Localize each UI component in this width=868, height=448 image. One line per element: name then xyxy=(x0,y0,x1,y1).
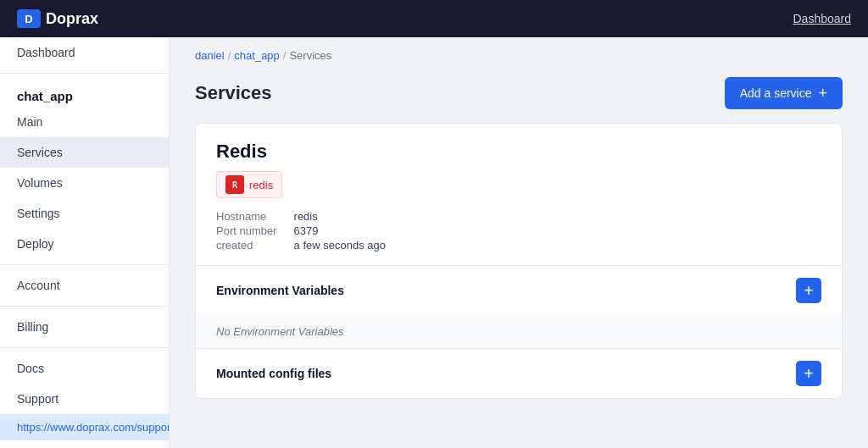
port-label: Port number xyxy=(216,224,277,237)
logo-icon: D xyxy=(17,9,41,28)
sidebar-divider-4 xyxy=(0,347,169,348)
support-link[interactable]: https://www.doprax.com/support/ xyxy=(0,414,169,440)
redis-icon: R xyxy=(225,175,244,194)
sidebar-item-main[interactable]: Main xyxy=(0,107,169,137)
env-vars-empty: No Environment Variables xyxy=(196,315,842,348)
sidebar-item-billing[interactable]: Billing xyxy=(0,312,169,342)
breadcrumb-user[interactable]: daniel xyxy=(195,49,225,62)
sidebar-divider-2 xyxy=(0,264,169,265)
sidebar-item-services[interactable]: Services xyxy=(0,137,169,168)
page-header: Services Add a service + xyxy=(170,69,868,123)
service-badge-text: redis xyxy=(249,179,273,191)
breadcrumb-sep-2: / xyxy=(283,49,287,62)
sidebar-divider-1 xyxy=(0,73,169,74)
add-service-button[interactable]: Add a service + xyxy=(725,77,843,109)
hostname-label: Hostname xyxy=(216,210,277,223)
breadcrumb-app[interactable]: chat_app xyxy=(234,49,280,62)
env-vars-section: Environment Variables + xyxy=(196,265,842,315)
add-service-plus-icon: + xyxy=(818,86,827,101)
breadcrumb-current: Services xyxy=(289,49,331,62)
mounted-config-add-button[interactable]: + xyxy=(796,361,821,386)
svg-text:R: R xyxy=(232,180,238,190)
service-card-redis: Redis R redis Hostname redis Port number xyxy=(195,123,843,399)
page-title: Services xyxy=(195,82,272,104)
logo: D Doprax xyxy=(17,9,98,28)
env-vars-label: Environment Variables xyxy=(216,284,344,297)
sidebar-item-dashboard[interactable]: Dashboard xyxy=(0,37,169,68)
sidebar-item-docs[interactable]: Docs xyxy=(0,353,169,384)
logo-text: Doprax xyxy=(46,10,98,28)
top-navigation: D Doprax Dashboard xyxy=(0,0,868,37)
created-value: a few seconds ago xyxy=(294,239,821,252)
sidebar: Dashboard chat_app Main Services Volumes… xyxy=(0,37,170,448)
sidebar-item-support[interactable]: Support xyxy=(0,384,169,414)
breadcrumb: daniel / chat_app / Services xyxy=(170,37,868,69)
sidebar-item-deploy[interactable]: Deploy xyxy=(0,229,169,259)
hostname-value: redis xyxy=(294,210,821,223)
service-meta: Hostname redis Port number 6379 created … xyxy=(216,210,821,252)
sidebar-item-volumes[interactable]: Volumes xyxy=(0,168,169,198)
service-name: Redis xyxy=(216,141,821,163)
service-card-header: Redis R redis Hostname redis Port number xyxy=(196,124,842,265)
created-label: created xyxy=(216,239,277,252)
sidebar-divider-3 xyxy=(0,306,169,307)
service-badge: R redis xyxy=(216,171,282,198)
add-service-label: Add a service xyxy=(740,86,812,100)
sidebar-item-settings[interactable]: Settings xyxy=(0,198,169,229)
port-value: 6379 xyxy=(294,224,821,237)
main-layout: Dashboard chat_app Main Services Volumes… xyxy=(0,37,868,448)
breadcrumb-sep-1: / xyxy=(228,49,231,62)
main-content: daniel / chat_app / Services Services Ad… xyxy=(170,37,868,448)
sidebar-app-name: chat_app xyxy=(0,79,169,107)
sidebar-item-account[interactable]: Account xyxy=(0,270,169,301)
dashboard-link[interactable]: Dashboard xyxy=(793,12,852,25)
env-vars-add-button[interactable]: + xyxy=(796,278,821,303)
mounted-config-section: Mounted config files + xyxy=(196,348,842,398)
mounted-config-label: Mounted config files xyxy=(216,367,331,380)
